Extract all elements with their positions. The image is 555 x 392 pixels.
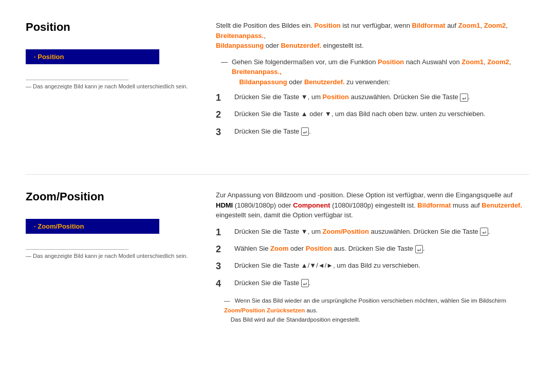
zoom-position-menu-label: · Zoom/Position [34, 222, 84, 230]
zoom-position-menu-item: · Zoom/Position [26, 219, 159, 234]
enter-icon-1: ↵ [460, 94, 468, 102]
intro-oder: oder [264, 42, 281, 49]
enter-icon-5: ↵ [301, 279, 309, 287]
section-separator [26, 174, 529, 175]
zp-hdmi: HDMI [216, 201, 233, 209]
zp-intro-2: (1080i/1080p) oder [233, 201, 293, 209]
step-num-2: 2 [216, 109, 230, 121]
footnote-dash-1: — [26, 83, 33, 89]
section-position-right: Stellt die Position des Bildes ein. Posi… [211, 21, 529, 143]
step-num-3: 3 [216, 126, 230, 138]
steps-position: Position [378, 58, 404, 66]
zp-step-4: 4 Drücken Sie die Taste ↵. [216, 278, 529, 290]
intro-zoom1: Zoom1 [458, 22, 480, 29]
enter-icon-4: ↵ [415, 245, 423, 253]
zoom-position-intro: Zur Anpassung von Bildzoom und -position… [216, 190, 529, 220]
position-intro: Stellt die Position des Bildes ein. Posi… [216, 21, 529, 51]
steps-zoom1: Zoom1 [461, 58, 484, 66]
steps-zoom2: Zoom2 [487, 58, 509, 66]
footnote-divider-2 [26, 249, 128, 250]
section-zoom-position-title: Zoom/Position [26, 190, 195, 203]
intro-comma3: , [264, 32, 266, 40]
step-num-1: 1 [216, 92, 230, 104]
intro-comma1: , [480, 22, 484, 29]
intro-comma2: , [506, 22, 508, 29]
position-menu-item: · Position [26, 49, 159, 64]
section-position: Position · Position — Das angezeigte Bil… [26, 21, 529, 159]
zp-step-num-4: 4 [216, 278, 230, 290]
step-3: 3 Drücken Sie die Taste ↵. [216, 126, 529, 138]
zp-intro-3: (1080i/1080p) eingestellt ist. [330, 201, 418, 209]
steps-breiten: Breitenanpass., [232, 68, 282, 76]
zp-step1-label: Zoom/Position [323, 228, 369, 235]
steps-intro-text: Gehen Sie folgendermaßen vor, um die Fun… [216, 57, 529, 87]
step-text-1: Drücken Sie die Taste ▼, um Position aus… [234, 92, 529, 102]
intro-zoom2: Zoom2 [484, 22, 506, 29]
zp-step-num-1: 1 [216, 227, 230, 238]
footnote-divider-1 [26, 80, 128, 80]
zp-step-num-3: 3 [216, 260, 230, 272]
zp-step2-position: Position [306, 245, 332, 252]
zp-step-text-3: Drücken Sie die Taste ▲/▼/◄/►, um das Bi… [234, 260, 529, 271]
footnote-text-2: Das angezeigte Bild kann je nach Modell … [33, 253, 188, 259]
zp-bildformat: Bildformat [417, 201, 451, 209]
intro-benutzerdef: Benutzerdef. [281, 42, 321, 49]
zp-intro-5: eingestellt sein, damit die Option verfü… [216, 211, 353, 219]
intro-bildformat: Bildformat [412, 22, 446, 29]
step1-position: Position [323, 93, 349, 101]
step-text-3: Drücken Sie die Taste ↵. [234, 126, 529, 137]
footnote-text-1: Das angezeigte Bild kann je nach Modell … [33, 83, 188, 89]
zp-footnote-right: Wenn Sie das Bild wieder an die ursprüng… [216, 296, 529, 324]
section-zoom-position-left: Zoom/Position · Zoom/Position — Das ange… [26, 190, 211, 324]
intro-position-bold: Position [314, 22, 341, 29]
intro-bildanpassung: Bildanpassung [216, 42, 264, 49]
zp-step-2: 2 Wählen Sie Zoom oder Position aus. Drü… [216, 244, 529, 255]
zp-step2-zoom: Zoom [270, 245, 288, 252]
steps-bildanpassung: Bildanpassung [239, 78, 287, 86]
section-position-left: Position · Position — Das angezeigte Bil… [26, 21, 211, 143]
zp-step-3: 3 Drücken Sie die Taste ▲/▼/◄/►, um das … [216, 260, 529, 272]
enter-icon-3: ↵ [480, 228, 488, 236]
intro-end: eingestellt ist. [321, 42, 363, 49]
enter-icon-2: ↵ [301, 127, 309, 136]
intro-breiten: Breitenanpass. [216, 32, 264, 40]
zp-benutzerdef: Benutzerdef. [482, 201, 522, 209]
zp-intro-1: Zur Anpassung von Bildzoom und -position… [216, 191, 512, 199]
position-menu-label: · Position [34, 53, 64, 61]
zp-footnote-zoompos: Zoom/Position Zurücksetzen [224, 307, 305, 313]
footnote-1: — Das angezeigte Bild kann je nach Model… [26, 83, 195, 89]
zp-step-1: 1 Drücken Sie die Taste ▼, um Zoom/Posit… [216, 227, 529, 238]
steps-benutzerdef: Benutzerdef. [304, 78, 345, 86]
footnote-2: — Das angezeigte Bild kann je nach Model… [26, 253, 195, 259]
section-zoom-position-right: Zur Anpassung von Bildzoom und -position… [211, 190, 529, 324]
zp-intro-4: muss auf [451, 201, 482, 209]
zp-component: Component [293, 201, 330, 209]
footnote-dash-2: — [26, 253, 33, 259]
section-position-title: Position [26, 21, 195, 34]
zp-step-text-1: Drücken Sie die Taste ▼, um Zoom/Positio… [234, 227, 529, 237]
step-1: 1 Drücken Sie die Taste ▼, um Position a… [216, 92, 529, 104]
step-2: 2 Drücken Sie die Taste ▲ oder ▼, um das… [216, 109, 529, 121]
steps-intro-content: Gehen Sie folgendermaßen vor, um die Fun… [232, 57, 529, 87]
intro-text-2: ist nur verfügbar, wenn [341, 22, 412, 29]
zp-footnote-text: Wenn Sie das Bild wieder an die ursprüng… [224, 297, 506, 323]
intro-text-3: auf [446, 22, 458, 29]
zp-step-text-2: Wählen Sie Zoom oder Position aus. Drück… [234, 244, 529, 254]
zp-step-text-4: Drücken Sie die Taste ↵. [234, 278, 529, 288]
zp-step-num-2: 2 [216, 244, 230, 255]
step-text-2: Drücken Sie die Taste ▲ oder ▼, um das B… [234, 109, 529, 119]
intro-text-1: Stellt die Position des Bildes ein. [216, 22, 314, 29]
section-zoom-position: Zoom/Position · Zoom/Position — Das ange… [26, 190, 529, 340]
